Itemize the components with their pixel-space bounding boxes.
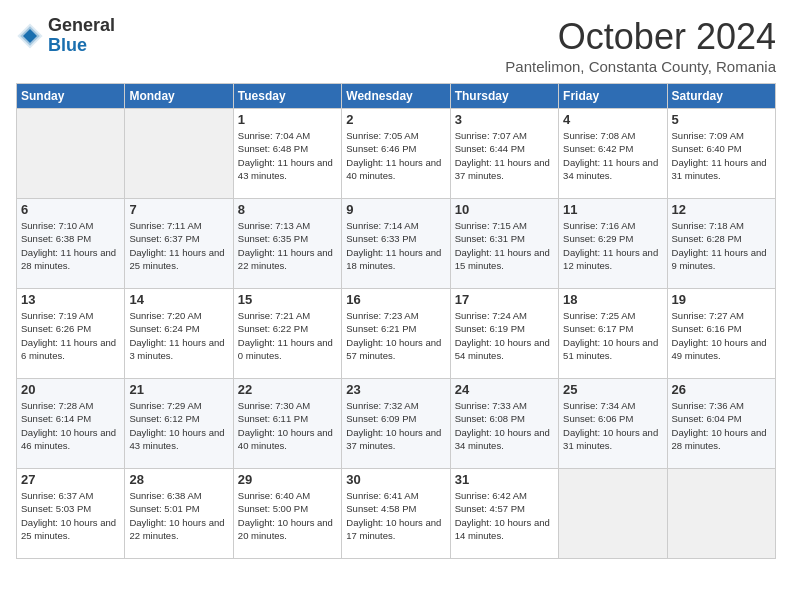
day-number: 8 xyxy=(238,202,337,217)
day-info: Sunrise: 7:11 AMSunset: 6:37 PMDaylight:… xyxy=(129,219,228,272)
logo-text: General Blue xyxy=(48,16,115,56)
day-number: 1 xyxy=(238,112,337,127)
week-row-3: 13Sunrise: 7:19 AMSunset: 6:26 PMDayligh… xyxy=(17,289,776,379)
day-cell: 3Sunrise: 7:07 AMSunset: 6:44 PMDaylight… xyxy=(450,109,558,199)
day-cell: 26Sunrise: 7:36 AMSunset: 6:04 PMDayligh… xyxy=(667,379,775,469)
day-number: 26 xyxy=(672,382,771,397)
day-info: Sunrise: 7:33 AMSunset: 6:08 PMDaylight:… xyxy=(455,399,554,452)
day-cell: 5Sunrise: 7:09 AMSunset: 6:40 PMDaylight… xyxy=(667,109,775,199)
day-info: Sunrise: 7:10 AMSunset: 6:38 PMDaylight:… xyxy=(21,219,120,272)
day-number: 16 xyxy=(346,292,445,307)
day-info: Sunrise: 7:24 AMSunset: 6:19 PMDaylight:… xyxy=(455,309,554,362)
day-number: 19 xyxy=(672,292,771,307)
day-number: 6 xyxy=(21,202,120,217)
logo-blue-text: Blue xyxy=(48,36,115,56)
col-header-saturday: Saturday xyxy=(667,84,775,109)
col-header-monday: Monday xyxy=(125,84,233,109)
col-header-friday: Friday xyxy=(559,84,667,109)
header-row: SundayMondayTuesdayWednesdayThursdayFrid… xyxy=(17,84,776,109)
day-info: Sunrise: 7:34 AMSunset: 6:06 PMDaylight:… xyxy=(563,399,662,452)
day-number: 21 xyxy=(129,382,228,397)
day-info: Sunrise: 6:40 AMSunset: 5:00 PMDaylight:… xyxy=(238,489,337,542)
col-header-tuesday: Tuesday xyxy=(233,84,341,109)
day-cell: 27Sunrise: 6:37 AMSunset: 5:03 PMDayligh… xyxy=(17,469,125,559)
day-info: Sunrise: 7:09 AMSunset: 6:40 PMDaylight:… xyxy=(672,129,771,182)
day-cell: 19Sunrise: 7:27 AMSunset: 6:16 PMDayligh… xyxy=(667,289,775,379)
day-number: 10 xyxy=(455,202,554,217)
day-number: 15 xyxy=(238,292,337,307)
day-info: Sunrise: 6:37 AMSunset: 5:03 PMDaylight:… xyxy=(21,489,120,542)
day-info: Sunrise: 6:42 AMSunset: 4:57 PMDaylight:… xyxy=(455,489,554,542)
day-info: Sunrise: 7:14 AMSunset: 6:33 PMDaylight:… xyxy=(346,219,445,272)
day-cell: 31Sunrise: 6:42 AMSunset: 4:57 PMDayligh… xyxy=(450,469,558,559)
day-cell: 2Sunrise: 7:05 AMSunset: 6:46 PMDaylight… xyxy=(342,109,450,199)
logo: General Blue xyxy=(16,16,115,56)
col-header-thursday: Thursday xyxy=(450,84,558,109)
day-info: Sunrise: 7:15 AMSunset: 6:31 PMDaylight:… xyxy=(455,219,554,272)
day-number: 27 xyxy=(21,472,120,487)
day-number: 12 xyxy=(672,202,771,217)
day-info: Sunrise: 7:36 AMSunset: 6:04 PMDaylight:… xyxy=(672,399,771,452)
day-cell: 6Sunrise: 7:10 AMSunset: 6:38 PMDaylight… xyxy=(17,199,125,289)
day-number: 28 xyxy=(129,472,228,487)
day-number: 4 xyxy=(563,112,662,127)
day-cell: 24Sunrise: 7:33 AMSunset: 6:08 PMDayligh… xyxy=(450,379,558,469)
day-info: Sunrise: 7:21 AMSunset: 6:22 PMDaylight:… xyxy=(238,309,337,362)
day-cell: 18Sunrise: 7:25 AMSunset: 6:17 PMDayligh… xyxy=(559,289,667,379)
day-cell: 13Sunrise: 7:19 AMSunset: 6:26 PMDayligh… xyxy=(17,289,125,379)
day-cell: 9Sunrise: 7:14 AMSunset: 6:33 PMDaylight… xyxy=(342,199,450,289)
week-row-2: 6Sunrise: 7:10 AMSunset: 6:38 PMDaylight… xyxy=(17,199,776,289)
day-cell: 7Sunrise: 7:11 AMSunset: 6:37 PMDaylight… xyxy=(125,199,233,289)
day-info: Sunrise: 6:38 AMSunset: 5:01 PMDaylight:… xyxy=(129,489,228,542)
day-number: 20 xyxy=(21,382,120,397)
day-number: 2 xyxy=(346,112,445,127)
day-number: 29 xyxy=(238,472,337,487)
day-cell: 25Sunrise: 7:34 AMSunset: 6:06 PMDayligh… xyxy=(559,379,667,469)
day-info: Sunrise: 7:20 AMSunset: 6:24 PMDaylight:… xyxy=(129,309,228,362)
calendar-table: SundayMondayTuesdayWednesdayThursdayFrid… xyxy=(16,83,776,559)
month-title: October 2024 xyxy=(505,16,776,58)
day-number: 5 xyxy=(672,112,771,127)
day-cell: 8Sunrise: 7:13 AMSunset: 6:35 PMDaylight… xyxy=(233,199,341,289)
day-number: 23 xyxy=(346,382,445,397)
day-cell: 4Sunrise: 7:08 AMSunset: 6:42 PMDaylight… xyxy=(559,109,667,199)
day-number: 7 xyxy=(129,202,228,217)
day-info: Sunrise: 7:18 AMSunset: 6:28 PMDaylight:… xyxy=(672,219,771,272)
day-number: 18 xyxy=(563,292,662,307)
day-cell xyxy=(17,109,125,199)
day-cell: 16Sunrise: 7:23 AMSunset: 6:21 PMDayligh… xyxy=(342,289,450,379)
day-cell: 10Sunrise: 7:15 AMSunset: 6:31 PMDayligh… xyxy=(450,199,558,289)
day-number: 3 xyxy=(455,112,554,127)
week-row-5: 27Sunrise: 6:37 AMSunset: 5:03 PMDayligh… xyxy=(17,469,776,559)
day-cell: 21Sunrise: 7:29 AMSunset: 6:12 PMDayligh… xyxy=(125,379,233,469)
day-number: 14 xyxy=(129,292,228,307)
day-number: 25 xyxy=(563,382,662,397)
day-cell xyxy=(125,109,233,199)
day-number: 30 xyxy=(346,472,445,487)
day-number: 22 xyxy=(238,382,337,397)
day-info: Sunrise: 7:27 AMSunset: 6:16 PMDaylight:… xyxy=(672,309,771,362)
col-header-sunday: Sunday xyxy=(17,84,125,109)
week-row-4: 20Sunrise: 7:28 AMSunset: 6:14 PMDayligh… xyxy=(17,379,776,469)
day-number: 11 xyxy=(563,202,662,217)
location-title: Pantelimon, Constanta County, Romania xyxy=(505,58,776,75)
day-info: Sunrise: 7:07 AMSunset: 6:44 PMDaylight:… xyxy=(455,129,554,182)
day-cell: 11Sunrise: 7:16 AMSunset: 6:29 PMDayligh… xyxy=(559,199,667,289)
col-header-wednesday: Wednesday xyxy=(342,84,450,109)
page-header: General Blue October 2024 Pantelimon, Co… xyxy=(16,16,776,75)
day-cell: 14Sunrise: 7:20 AMSunset: 6:24 PMDayligh… xyxy=(125,289,233,379)
day-info: Sunrise: 7:19 AMSunset: 6:26 PMDaylight:… xyxy=(21,309,120,362)
day-info: Sunrise: 7:05 AMSunset: 6:46 PMDaylight:… xyxy=(346,129,445,182)
day-cell: 28Sunrise: 6:38 AMSunset: 5:01 PMDayligh… xyxy=(125,469,233,559)
title-area: October 2024 Pantelimon, Constanta Count… xyxy=(505,16,776,75)
day-cell: 17Sunrise: 7:24 AMSunset: 6:19 PMDayligh… xyxy=(450,289,558,379)
day-cell: 1Sunrise: 7:04 AMSunset: 6:48 PMDaylight… xyxy=(233,109,341,199)
day-cell: 23Sunrise: 7:32 AMSunset: 6:09 PMDayligh… xyxy=(342,379,450,469)
day-cell xyxy=(667,469,775,559)
day-info: Sunrise: 7:16 AMSunset: 6:29 PMDaylight:… xyxy=(563,219,662,272)
day-cell: 20Sunrise: 7:28 AMSunset: 6:14 PMDayligh… xyxy=(17,379,125,469)
day-number: 17 xyxy=(455,292,554,307)
day-info: Sunrise: 7:25 AMSunset: 6:17 PMDaylight:… xyxy=(563,309,662,362)
day-info: Sunrise: 6:41 AMSunset: 4:58 PMDaylight:… xyxy=(346,489,445,542)
day-info: Sunrise: 7:23 AMSunset: 6:21 PMDaylight:… xyxy=(346,309,445,362)
